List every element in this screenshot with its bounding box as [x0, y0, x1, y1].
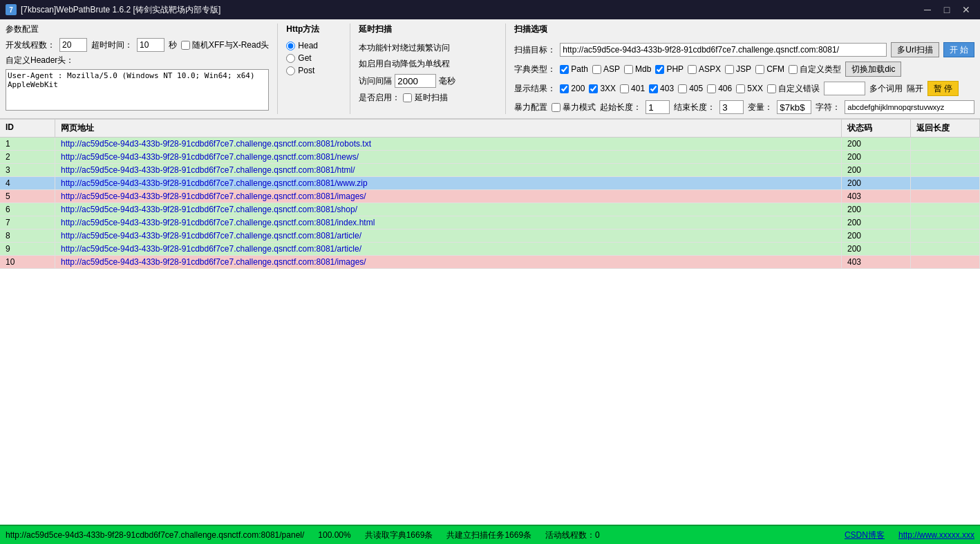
radio-get[interactable]: Get [286, 53, 341, 63]
table-row[interactable]: 5 http://ac59d5ce-94d3-433b-9f28-91cdbd6… [0, 190, 980, 203]
timeout-unit: 秒 [169, 39, 177, 51]
cell-url[interactable]: http://ac59d5ce-94d3-433b-9f28-91cdbd6f7… [55, 203, 842, 216]
radio-head-input[interactable] [286, 41, 295, 50]
dict-cfm-checkbox[interactable] [755, 65, 764, 74]
table-row[interactable]: 3 http://ac59d5ce-94d3-433b-9f28-91cdbd6… [0, 164, 980, 177]
dict-asp-checkbox[interactable] [592, 65, 601, 74]
end-len-label: 结束长度： [674, 102, 715, 113]
timeout-input[interactable] [137, 38, 164, 52]
cell-url[interactable]: http://ac59d5ce-94d3-433b-9f28-91cdbd6f7… [55, 151, 842, 163]
dict-mdb-checkbox[interactable] [624, 65, 633, 74]
header-textarea-container: User-Agent : Mozilla/5.0 (Windows NT 10.… [6, 69, 269, 113]
delay-enable-checkbox[interactable] [403, 93, 412, 102]
display-406-checkbox[interactable] [707, 84, 716, 93]
display-405-checkbox[interactable] [678, 84, 687, 93]
display-3xx-checkbox[interactable] [589, 84, 598, 93]
dict-custom-label: 自定义类型 [800, 64, 841, 75]
title-bar: 7 [7kbscan]WebPathBrute 1.6.2 [铸剑实战靶场内部专… [0, 0, 980, 19]
cell-url[interactable]: http://ac59d5ce-94d3-433b-9f28-91cdbd6f7… [55, 243, 842, 255]
custom-error-input[interactable] [824, 82, 865, 95]
maximize-button[interactable]: □ [939, 3, 955, 17]
table-row[interactable]: 4 http://ac59d5ce-94d3-433b-9f28-91cdbd6… [0, 177, 980, 190]
cell-url[interactable]: http://ac59d5ce-94d3-433b-9f28-91cdbd6f7… [55, 229, 842, 242]
thread-input[interactable] [59, 38, 87, 52]
target-row: 扫描目标： 多Url扫描 开 始 [514, 42, 974, 57]
table-row[interactable]: 6 http://ac59d5ce-94d3-433b-9f28-91cdbd6… [0, 203, 980, 216]
table-row[interactable]: 1 http://ac59d5ce-94d3-433b-9f28-91cdbd6… [0, 138, 980, 151]
cell-length [911, 243, 980, 255]
table-row[interactable]: 10 http://ac59d5ce-94d3-433b-9f28-91cdbd… [0, 256, 980, 269]
display-5xx-checkbox[interactable] [736, 84, 745, 93]
dict-path-checkbox[interactable] [560, 65, 569, 74]
header-textarea[interactable]: User-Agent : Mozilla/5.0 (Windows NT 10.… [6, 69, 269, 111]
cell-url[interactable]: http://ac59d5ce-94d3-433b-9f28-91cdbd6f7… [55, 164, 842, 176]
header-label: 自定义Header头： [6, 55, 74, 66]
dict-jsp-label: JSP [736, 64, 751, 74]
display-200-label: 200 [571, 84, 585, 93]
close-button[interactable]: ✕ [958, 3, 974, 17]
col-length: 返回长度 [911, 120, 980, 137]
radio-head[interactable]: Head [286, 41, 341, 50]
cell-url[interactable]: http://ac59d5ce-94d3-433b-9f28-91cdbd6f7… [55, 256, 842, 268]
app-title: [7kbscan]WebPathBrute 1.6.2 [铸剑实战靶场内部专版] [21, 4, 220, 16]
cell-status: 200 [842, 177, 911, 189]
table-row[interactable]: 7 http://ac59d5ce-94d3-433b-9f28-91cdbd6… [0, 216, 980, 229]
table-row[interactable]: 8 http://ac59d5ce-94d3-433b-9f28-91cdbd6… [0, 229, 980, 243]
cell-url[interactable]: http://ac59d5ce-94d3-433b-9f28-91cdbd6f7… [55, 138, 842, 150]
table-row[interactable]: 2 http://ac59d5ce-94d3-433b-9f28-91cdbd6… [0, 151, 980, 164]
start-button[interactable]: 开 始 [943, 42, 974, 57]
dict-custom-checkbox[interactable] [789, 65, 798, 74]
display-200-checkbox[interactable] [560, 84, 569, 93]
cell-status: 403 [842, 256, 911, 268]
end-len-input[interactable] [719, 100, 744, 114]
interval-row: 访问间隔 毫秒 [359, 74, 497, 88]
results-table: ID 网页地址 状态码 返回长度 1 http://ac59d5ce-94d3-… [0, 119, 980, 525]
status-bar: http://ac59d5ce-94d3-433b-9f28-91cdbd6f7… [0, 525, 980, 544]
radio-get-label: Get [298, 53, 311, 63]
start-len-input[interactable] [646, 100, 670, 114]
display-custom-error-checkbox[interactable] [767, 84, 776, 93]
target-label: 扫描目标： [514, 44, 556, 56]
random-xff-label: 随机XFF与X-Read头 [192, 39, 269, 51]
thread-label: 开发线程数： [6, 39, 55, 51]
switch-dict-button[interactable]: 切换加载dic [845, 62, 901, 77]
timeout-label: 超时时间： [91, 39, 133, 51]
table-row[interactable]: 9 http://ac59d5ce-94d3-433b-9f28-91cdbd6… [0, 243, 980, 256]
cell-url[interactable]: http://ac59d5ce-94d3-433b-9f28-91cdbd6f7… [55, 216, 842, 229]
delay-desc2-row: 如启用自动降低为单线程 [359, 58, 497, 70]
var-input[interactable] [777, 100, 811, 114]
brute-mode-checkbox[interactable] [552, 103, 560, 112]
target-url-input[interactable] [560, 43, 887, 57]
display-401-checkbox[interactable] [620, 84, 629, 93]
csdn-link[interactable]: CSDN博客 [845, 529, 885, 541]
window-controls: ─ □ ✕ [919, 3, 974, 17]
enable-label: 是否启用： [359, 92, 400, 104]
cell-url[interactable]: http://ac59d5ce-94d3-433b-9f28-91cdbd6f7… [55, 190, 842, 203]
random-xff-checkbox[interactable] [181, 41, 190, 50]
blog-url[interactable]: http://www.xxxxx.xxx [898, 530, 974, 540]
interval-input[interactable] [395, 74, 436, 88]
multi-url-button[interactable]: 多Url扫描 [891, 42, 939, 57]
dict-aspx-checkbox[interactable] [688, 65, 697, 74]
dict-jsp-checkbox[interactable] [725, 65, 734, 74]
display-405-label: 405 [689, 84, 703, 93]
radio-get-input[interactable] [286, 54, 295, 63]
brute-row: 暴力配置 暴力模式 起始长度： 结束长度： 变量： 字符： [514, 100, 974, 114]
display-406-label: 406 [718, 84, 732, 93]
char-input[interactable] [845, 100, 974, 114]
dict-php-checkbox[interactable] [655, 65, 664, 74]
scan-options-title: 扫描选项 [514, 24, 974, 35]
pause-button[interactable]: 暂 停 [927, 81, 959, 96]
display-406: 406 [707, 84, 732, 93]
cell-length [911, 177, 980, 189]
display-label: 显示结果： [514, 83, 556, 95]
cell-url[interactable]: http://ac59d5ce-94d3-433b-9f28-91cdbd6f7… [55, 177, 842, 189]
radio-post[interactable]: Post [286, 66, 341, 75]
cell-id: 9 [0, 243, 55, 255]
dict-path: Path [560, 64, 588, 74]
display-403-label: 403 [660, 84, 674, 93]
radio-post-input[interactable] [286, 66, 295, 75]
display-403-checkbox[interactable] [649, 84, 658, 93]
minimize-button[interactable]: ─ [919, 3, 936, 17]
delay-scan-title: 延时扫描 [359, 24, 497, 35]
